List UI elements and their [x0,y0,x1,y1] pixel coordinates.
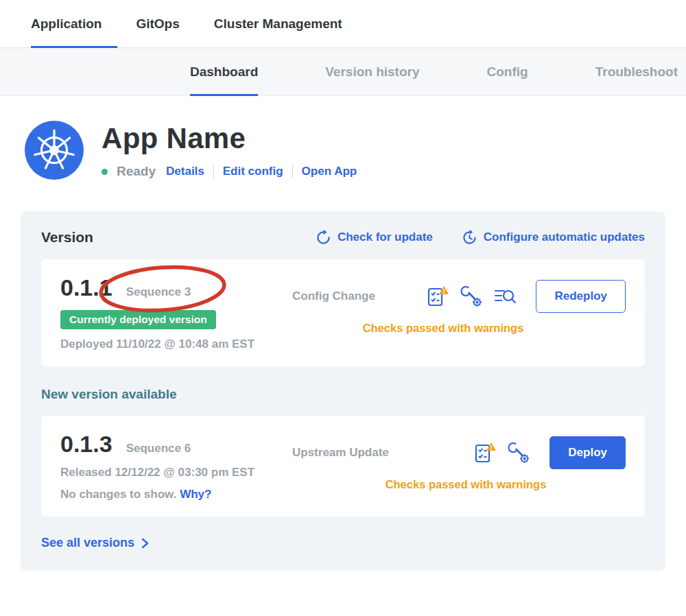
checks-status-text: Checks passed with warnings [292,478,626,491]
current-version-sequence: Sequence 3 [126,285,191,299]
current-version-line: 0.1.1 Sequence 3 [60,274,287,301]
primary-nav: Application GitOps Cluster Management [0,0,686,48]
nav-item-cluster-management[interactable]: Cluster Management [214,0,342,47]
why-link[interactable]: Why? [180,488,211,501]
tab-dashboard[interactable]: Dashboard [190,48,258,95]
new-version-available-heading: New version available [41,387,645,402]
check-for-update-label: Check for update [338,230,433,244]
preflight-checks-warning-icon[interactable] [473,441,497,464]
new-version-info: 0.1.3 Sequence 6 Released 12/12/22 @ 03:… [60,431,287,501]
nav-item-gitops[interactable]: GitOps [136,0,179,47]
divider [213,165,214,178]
deploy-button[interactable]: Deploy [549,436,626,469]
app-tabs: Dashboard Version history Config Trouble… [0,48,686,96]
chevron-right-icon [139,537,150,549]
page-title: App Name [102,122,357,155]
auto-update-clock-icon [462,230,477,246]
no-changes-label: No changes to show. [60,488,176,501]
change-type-label: Upstream Update [292,446,389,460]
current-version-number: 0.1.1 [60,274,113,301]
version-heading: Version [41,229,316,246]
current-version-card: 0.1.1 Sequence 3 Currently deployed vers… [41,259,645,366]
version-section: Version Check for update [21,211,665,571]
version-icon-group [473,441,530,464]
app-header-text: App Name Ready Details Edit config Open … [102,121,357,179]
nav-item-application[interactable]: Application [31,0,102,47]
version-icon-group [426,285,517,308]
checks-status-text: Checks passed with warnings [292,322,626,335]
released-timestamp: Released 12/12/22 @ 03:30 pm EST [60,466,287,479]
redeploy-button[interactable]: Redeploy [536,280,626,313]
open-app-link[interactable]: Open App [302,165,357,178]
refresh-icon [316,230,331,246]
edit-config-link[interactable]: Edit config [223,165,283,178]
version-section-header: Version Check for update [41,229,645,246]
see-all-versions-link[interactable]: See all versions [41,536,150,550]
app-header: App Name Ready Details Edit config Open … [0,96,686,180]
ready-status-dot [102,169,108,175]
see-all-versions-label: See all versions [41,536,134,550]
kubernetes-logo-icon [25,121,84,180]
configure-automatic-updates-link[interactable]: Configure automatic updates [462,230,645,246]
deployed-timestamp: Deployed 11/10/22 @ 10:48 am EST [60,337,287,351]
check-for-update-link[interactable]: Check for update [316,230,433,246]
divider [292,165,293,178]
tab-config[interactable]: Config [487,48,528,95]
details-link[interactable]: Details [166,165,204,178]
new-version-number: 0.1.3 [60,431,113,458]
tab-version-history[interactable]: Version history [325,48,419,95]
version-actions: Check for update Configure automatic upd… [316,230,645,246]
tab-troubleshoot[interactable]: Troubleshoot [595,48,678,95]
current-version-actions-row: Config Change [292,280,626,313]
preflight-checks-warning-icon[interactable] [426,285,449,308]
currently-deployed-badge: Currently deployed version [60,310,216,329]
new-version-actions: Upstream Update [287,431,626,491]
new-version-actions-row: Upstream Update [292,436,626,469]
status-row: Ready Details Edit config Open App [102,164,357,179]
current-version-actions: Config Change [287,274,626,335]
current-version-info: 0.1.1 Sequence 3 Currently deployed vers… [60,274,287,351]
configure-automatic-updates-label: Configure automatic updates [484,230,645,244]
new-version-card: 0.1.3 Sequence 6 Released 12/12/22 @ 03:… [41,416,645,517]
new-version-sequence: Sequence 6 [126,442,191,455]
view-files-search-icon[interactable] [493,286,517,307]
config-wrench-gear-icon[interactable] [507,441,530,464]
change-type-label: Config Change [292,289,375,303]
new-version-line: 0.1.3 Sequence 6 [60,431,287,458]
ready-status-text: Ready [117,164,156,179]
no-changes-row: No changes to show. Why? [60,488,287,501]
config-wrench-gear-icon[interactable] [460,285,483,308]
